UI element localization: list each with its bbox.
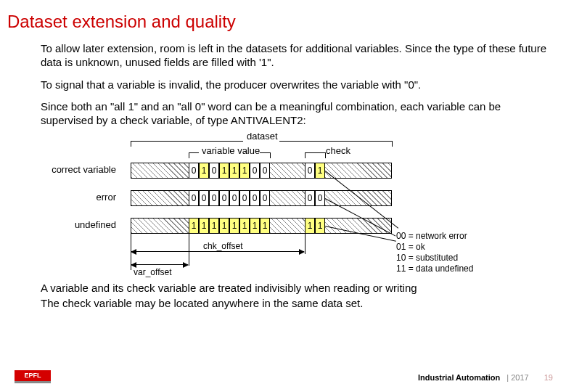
bracket-tick bbox=[131, 141, 131, 147]
legend-row: 11 = data undefined bbox=[396, 264, 473, 274]
check-bit: 1 bbox=[315, 218, 325, 234]
footer-paragraph-2: The check variable may be located anywhe… bbox=[0, 295, 566, 311]
label-check: check bbox=[326, 145, 350, 156]
footer-right: Industrial Automation | 2017 19 bbox=[418, 373, 553, 382]
legend: 00 = network error 01 = ok 10 = substitu… bbox=[396, 231, 473, 274]
bit: 1 bbox=[250, 218, 260, 234]
paragraph-2: To signal that a variable is invalid, th… bbox=[0, 75, 566, 98]
label-undefined: undefined bbox=[29, 219, 116, 230]
check-bit: 1 bbox=[305, 218, 315, 234]
check-bit: 0 bbox=[315, 190, 325, 206]
hatch bbox=[270, 163, 305, 179]
check-bit: 0 bbox=[305, 190, 315, 206]
bracket-line bbox=[305, 152, 325, 153]
bit: 0 bbox=[189, 163, 199, 179]
bit: 0 bbox=[199, 190, 209, 206]
bit: 1 bbox=[229, 218, 239, 234]
measure-tick bbox=[305, 234, 305, 254]
label-var-offset: var_offset bbox=[134, 267, 171, 277]
bracket-tick bbox=[270, 152, 271, 158]
bit: 1 bbox=[239, 218, 250, 234]
bit: 0 bbox=[250, 163, 260, 179]
bit: 1 bbox=[209, 218, 219, 234]
page-number: 19 bbox=[544, 373, 553, 382]
bracket-line bbox=[131, 141, 243, 142]
footer-course: Industrial Automation bbox=[418, 373, 500, 382]
label-correct-variable: correct variable bbox=[29, 164, 116, 175]
bit: 1 bbox=[260, 218, 270, 234]
logo-epfl: EPFL bbox=[15, 370, 51, 383]
bracket-tick bbox=[305, 152, 305, 158]
legend-row: 01 = ok bbox=[396, 242, 473, 253]
measure-var-offset bbox=[131, 264, 188, 265]
bit: 0 bbox=[209, 190, 219, 206]
hatch bbox=[325, 163, 392, 179]
bit: 0 bbox=[260, 190, 270, 206]
bit: 1 bbox=[199, 218, 209, 234]
bit: 0 bbox=[260, 163, 270, 179]
hatch bbox=[131, 190, 189, 206]
footer-bar: EPFL Industrial Automation | 2017 19 bbox=[0, 367, 566, 385]
measure-tick bbox=[189, 234, 189, 266]
paragraph-3: Since both an "all 1" and an "all 0" wor… bbox=[0, 97, 566, 134]
bracket-line bbox=[279, 141, 392, 142]
bracket-tick bbox=[189, 152, 189, 158]
bit: 1 bbox=[229, 163, 239, 179]
check-bit: 0 bbox=[305, 163, 315, 179]
label-chk-offset: chk_offset bbox=[203, 241, 242, 251]
hatch bbox=[131, 163, 189, 179]
bit: 1 bbox=[189, 218, 199, 234]
legend-row: 10 = substituted bbox=[396, 253, 473, 264]
bit: 0 bbox=[209, 163, 219, 179]
hatch bbox=[325, 218, 392, 234]
bracket-line bbox=[189, 152, 199, 153]
bracket-tick bbox=[392, 141, 393, 147]
label-dataset: dataset bbox=[247, 131, 278, 142]
bit: 1 bbox=[199, 163, 209, 179]
hatch bbox=[270, 218, 305, 234]
bit: 0 bbox=[229, 190, 239, 206]
bit: 0 bbox=[250, 190, 260, 206]
hatch bbox=[270, 190, 305, 206]
bit: 0 bbox=[189, 190, 199, 206]
legend-row: 00 = network error bbox=[396, 231, 473, 242]
row-correct: 0 1 0 1 1 1 0 0 0 1 bbox=[131, 163, 392, 179]
bit: 1 bbox=[239, 163, 250, 179]
label-error: error bbox=[29, 192, 116, 203]
label-variable-value: variable value bbox=[202, 145, 260, 156]
paragraph-1: To allow later extension, room is left i… bbox=[0, 39, 566, 75]
bracket-line bbox=[260, 152, 270, 153]
bit: 1 bbox=[219, 218, 229, 234]
bit: 1 bbox=[219, 163, 229, 179]
bit: 0 bbox=[239, 190, 250, 206]
diagram: dataset variable value check correct var… bbox=[29, 135, 522, 280]
bracket-tick bbox=[325, 152, 326, 158]
measure-chk-offset bbox=[131, 251, 304, 252]
hatch bbox=[131, 218, 189, 234]
footer-year: | 2017 bbox=[506, 373, 528, 382]
page-title: Dataset extension and quality bbox=[0, 0, 566, 39]
footer-paragraph-1: A variable and its check variable are tr… bbox=[0, 280, 566, 295]
bit: 0 bbox=[219, 190, 229, 206]
check-bit: 1 bbox=[315, 163, 325, 179]
